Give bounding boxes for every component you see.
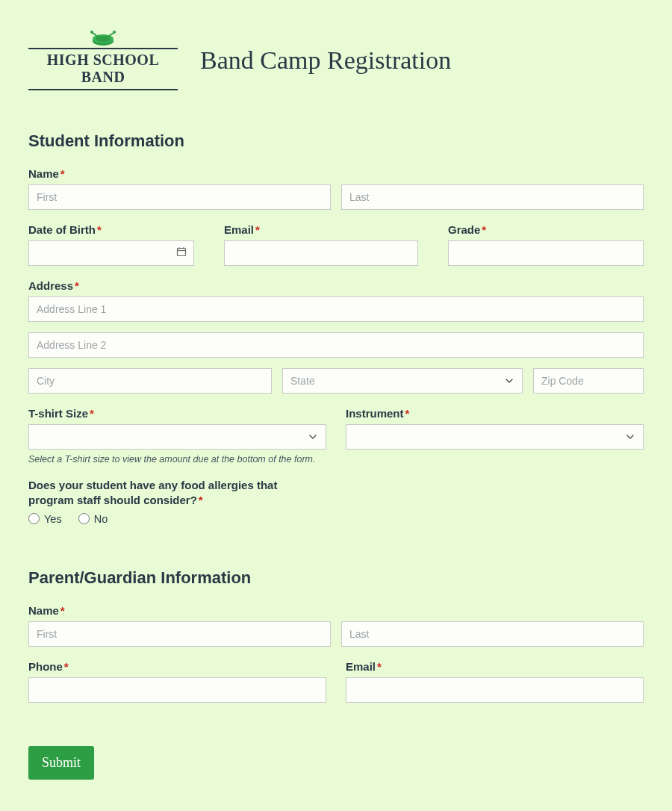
address-label: Address*	[28, 279, 644, 292]
logo-text: HIGH SCHOOL BAND	[28, 48, 178, 90]
student-section-title: Student Information	[28, 131, 644, 151]
parent-first-name-input[interactable]	[28, 621, 331, 647]
student-last-name-input[interactable]	[341, 184, 644, 210]
parent-phone-label: Phone*	[28, 660, 326, 673]
address-line2-input[interactable]	[28, 332, 644, 358]
page-title: Band Camp Registration	[200, 46, 451, 75]
parent-name-label: Name*	[28, 604, 644, 617]
dob-label: Date of Birth*	[28, 223, 194, 236]
state-select[interactable]: State	[282, 368, 523, 394]
allergy-yes-option[interactable]: Yes	[28, 513, 62, 525]
student-email-label: Email*	[224, 223, 418, 236]
allergy-no-option[interactable]: No	[78, 513, 108, 525]
svg-point-6	[113, 31, 116, 34]
student-email-input[interactable]	[224, 240, 418, 266]
instrument-label: Instrument*	[346, 407, 644, 420]
city-input[interactable]	[28, 368, 272, 394]
tshirt-hint: Select a T-shirt size to view the amount…	[28, 454, 326, 464]
instrument-select[interactable]	[346, 424, 644, 450]
grade-label: Grade*	[448, 223, 644, 236]
form-header: HIGH SCHOOL BAND Band Camp Registration	[28, 30, 644, 90]
allergy-no-radio[interactable]	[78, 513, 90, 524]
drum-icon	[28, 30, 178, 49]
chevron-down-icon	[504, 376, 514, 386]
parent-email-label: Email*	[346, 660, 644, 673]
parent-email-input[interactable]	[346, 677, 644, 703]
parent-phone-input[interactable]	[28, 677, 326, 703]
submit-button[interactable]: Submit	[28, 746, 94, 780]
allergy-label: Does your student have any food allergie…	[28, 478, 297, 509]
zip-input[interactable]	[533, 368, 644, 394]
tshirt-select[interactable]	[28, 424, 326, 450]
parent-last-name-input[interactable]	[341, 621, 644, 647]
chevron-down-icon	[308, 432, 318, 442]
parent-section-title: Parent/Guardian Information	[28, 568, 644, 588]
allergy-yes-radio[interactable]	[28, 513, 40, 524]
grade-input[interactable]	[448, 240, 644, 266]
svg-point-5	[90, 31, 93, 34]
tshirt-label: T-shirt Size*	[28, 407, 326, 420]
address-line1-input[interactable]	[28, 296, 644, 322]
student-name-label: Name*	[28, 167, 644, 180]
student-first-name-input[interactable]	[28, 184, 331, 210]
chevron-down-icon	[625, 432, 635, 442]
dob-input[interactable]	[28, 240, 194, 266]
registration-form: HIGH SCHOOL BAND Band Camp Registration …	[0, 0, 672, 811]
logo: HIGH SCHOOL BAND	[28, 30, 178, 90]
